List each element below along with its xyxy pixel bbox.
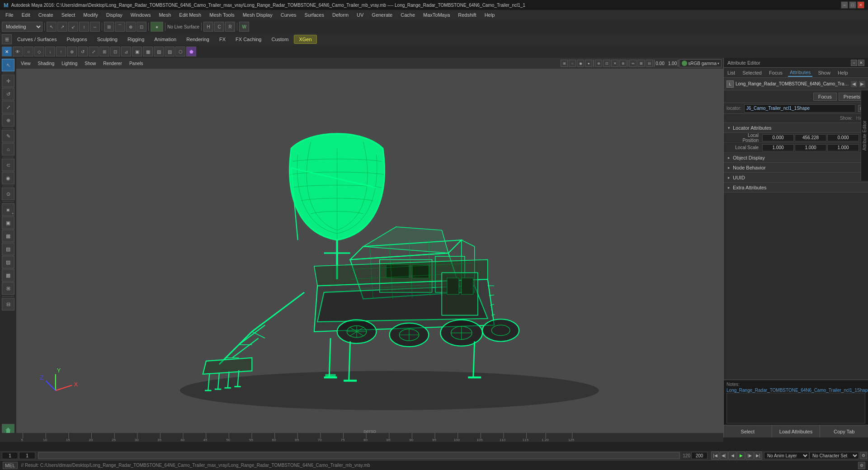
ren-btn[interactable]: R xyxy=(225,22,235,32)
vp-panels-btn[interactable]: Panels xyxy=(127,61,146,66)
focus-button[interactable]: Focus xyxy=(813,93,837,101)
rotate-tool[interactable]: ↺ xyxy=(2,88,14,100)
tab-custom[interactable]: Custom xyxy=(267,35,293,43)
vp-icon-9[interactable]: ⇔ xyxy=(629,60,637,67)
icon-magnet[interactable]: ⊿ xyxy=(121,47,131,56)
status-bar-options-btn[interactable]: ⚙ xyxy=(858,462,865,469)
node-nav-prev[interactable]: ◀ xyxy=(851,81,857,87)
tab-fx[interactable]: FX xyxy=(215,35,230,43)
vp-icon-8[interactable]: ⊗ xyxy=(619,60,627,67)
copy-tab-btn[interactable]: Copy Tab xyxy=(820,425,868,437)
grid-btn-1[interactable]: ▣+ xyxy=(2,203,14,216)
menu-uv[interactable]: UV xyxy=(353,11,367,19)
universal-tool[interactable]: ⊕ xyxy=(2,114,14,127)
node-nav-next[interactable]: ▶ xyxy=(859,81,865,87)
icon-mesh5[interactable]: ⬡ xyxy=(175,47,185,56)
menu-mesh-display[interactable]: Mesh Display xyxy=(239,11,276,19)
vp-icon-5[interactable]: ⊕ xyxy=(595,60,602,67)
hist-btn[interactable]: H xyxy=(203,22,213,32)
grid-btn-2[interactable]: ▣ xyxy=(2,216,14,229)
snap-grid-btn[interactable]: ⊞ xyxy=(104,22,114,32)
menu-mesh-tools[interactable]: Mesh Tools xyxy=(206,11,238,19)
icon-octagon[interactable]: ⬟ xyxy=(186,47,196,56)
icon-mesh1[interactable]: ▣ xyxy=(132,47,142,56)
select-btn[interactable]: Select xyxy=(724,425,772,437)
vp-icon-2[interactable]: ○ xyxy=(569,60,576,67)
range-start-input[interactable] xyxy=(19,452,35,459)
minimize-button[interactable]: – xyxy=(841,1,848,9)
icon-rotate[interactable]: ↺ xyxy=(78,47,88,56)
menu-edit[interactable]: Edit xyxy=(18,11,34,19)
attr-tab-selected[interactable]: Selected xyxy=(741,69,764,76)
grid-btn-3[interactable]: ▦ xyxy=(2,230,14,242)
attr-tab-list[interactable]: List xyxy=(726,69,737,76)
icon-scale[interactable]: ⤢ xyxy=(89,47,99,56)
maximize-button[interactable]: □ xyxy=(849,1,856,9)
attr-tab-show[interactable]: Show xyxy=(816,69,832,76)
tab-curves-surfaces[interactable]: Curves / Surfaces xyxy=(13,35,61,43)
vp-icon-10[interactable]: ⊠ xyxy=(637,60,645,67)
skip-to-end-btn[interactable]: ▶| xyxy=(754,451,762,460)
menu-curves[interactable]: Curves xyxy=(277,11,300,19)
vp-shading-btn[interactable]: Shading xyxy=(35,61,57,66)
viewport[interactable]: View Shading Lighting Show Renderer Pane… xyxy=(16,58,723,437)
transform-tool-4[interactable]: ↕ xyxy=(79,22,89,32)
paint-select-tool[interactable]: ◉ xyxy=(2,172,14,184)
lasso-tool[interactable]: ⊂ xyxy=(2,159,14,171)
local-scale-y[interactable]: 1.000 xyxy=(795,144,826,151)
range-end-input[interactable] xyxy=(691,452,708,459)
tab-rigging[interactable]: Rigging xyxy=(123,35,149,43)
vp-icon-1[interactable]: ⊞ xyxy=(561,60,568,67)
icon-grid[interactable]: ⊞ xyxy=(99,47,109,56)
icon-cross[interactable]: ✕ xyxy=(2,47,12,56)
notes-textarea[interactable] xyxy=(726,393,865,423)
attr-editor-minimize-btn[interactable]: – xyxy=(851,60,857,66)
icon-arrow-down[interactable]: ↓ xyxy=(45,47,55,56)
icon-mesh2[interactable]: ▦ xyxy=(143,47,153,56)
vp-show-btn[interactable]: Show xyxy=(82,61,99,66)
timeline-range-bar[interactable] xyxy=(38,452,680,459)
transform-tool-1[interactable]: ↖ xyxy=(47,22,57,32)
tab-fx-caching[interactable]: FX Caching xyxy=(231,35,266,43)
extra-attrs-header[interactable]: ▸ Extra Attributes xyxy=(724,183,868,193)
move-tool[interactable]: ✛ xyxy=(2,75,14,87)
menu-edit-mesh[interactable]: Edit Mesh xyxy=(175,11,205,19)
icon-circle[interactable]: ○ xyxy=(24,47,33,56)
menu-windows[interactable]: Windows xyxy=(127,11,155,19)
menu-mesh[interactable]: Mesh xyxy=(155,11,175,19)
local-position-x[interactable]: 0.000 xyxy=(762,134,794,141)
vp-icon-3[interactable]: ◉ xyxy=(577,60,584,67)
scale-tool[interactable]: ⤢ xyxy=(2,101,14,113)
show-hide-tool[interactable]: ⊙ xyxy=(2,188,14,200)
tab-rendering[interactable]: Rendering xyxy=(182,35,214,43)
transform-tool-5[interactable]: ↔ xyxy=(90,22,100,32)
menu-select[interactable]: Select xyxy=(58,11,79,19)
menu-file[interactable]: File xyxy=(2,11,17,19)
icon-move[interactable]: ⊕ xyxy=(67,47,77,56)
icon-mesh3[interactable]: ▧ xyxy=(154,47,164,56)
character-set-select[interactable]: No Character Set xyxy=(809,452,859,459)
transform-tool-2[interactable]: ↗ xyxy=(57,22,67,32)
icon-arrow-up2[interactable]: ↑ xyxy=(56,47,66,56)
node-behavior-header[interactable]: ▸ Node Behavior xyxy=(724,163,868,173)
icon-eye[interactable]: 👁 xyxy=(13,47,23,56)
tab-animation[interactable]: Animation xyxy=(150,35,181,43)
vp-icon-6[interactable]: ⊡ xyxy=(603,60,610,67)
grid-btn-6[interactable]: ▩ xyxy=(2,269,14,282)
menu-surfaces[interactable]: Surfaces xyxy=(301,11,328,19)
vp-lighting-btn[interactable]: Lighting xyxy=(59,61,80,66)
tab-xgen[interactable]: XGen xyxy=(294,35,316,44)
snap-surface-btn[interactable]: ⊡ xyxy=(137,22,146,32)
menu-create[interactable]: Create xyxy=(35,11,57,19)
anim-options-btn[interactable]: ⚙ xyxy=(860,452,867,459)
grid-btn-5[interactable]: ▨ xyxy=(2,256,14,268)
menu-redshift[interactable]: Redshift xyxy=(454,11,480,19)
vp-view-btn[interactable]: View xyxy=(18,61,33,66)
grid-btn-4[interactable]: ▧ xyxy=(2,243,14,255)
vp-icon-7[interactable]: ✕ xyxy=(611,60,618,67)
icon-mesh4[interactable]: ▨ xyxy=(165,47,175,56)
select-tool[interactable]: ↖ xyxy=(2,59,14,71)
toolbar2-toggle[interactable]: ☰ xyxy=(2,34,12,44)
step-forward-btn[interactable]: |▶ xyxy=(745,451,754,460)
sculpt-tool[interactable]: ⌂ xyxy=(2,143,14,155)
